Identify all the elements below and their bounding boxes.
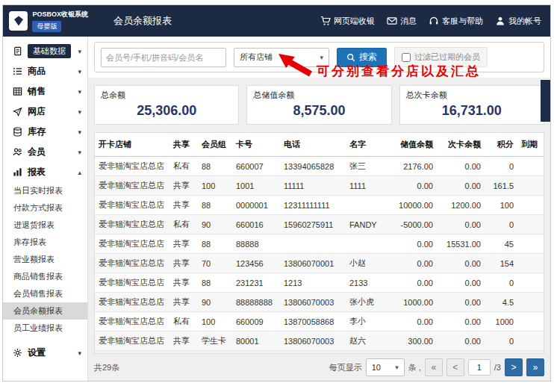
search-box: 所有店铺 ▾ 搜索 过滤已过期的会员 — [94, 42, 544, 72]
cell-card-no: 88888888 — [232, 293, 280, 312]
send-icon — [11, 107, 24, 116]
chevron-down-icon: ▾ — [78, 349, 81, 357]
card-label: 总余额 — [101, 90, 232, 101]
col-card-no: 卡号 — [232, 133, 280, 157]
sidebar-item-label: 销售 — [28, 85, 46, 98]
next-page-button[interactable]: > — [505, 358, 523, 376]
submenu-item-daily-realtime-report[interactable]: 当日实时报表 — [3, 182, 87, 199]
submenu-item-inventory-report[interactable]: 库存报表 — [3, 234, 87, 251]
reports-submenu: 当日实时报表 付款方式报表 进退货报表 库存报表 营业额报表 商品销售报表 会员… — [3, 182, 87, 337]
app-body: 基础数据 ▾ 商品 ▾ 销售 ▾ 网店 ▾ 库存 ▾ — [3, 37, 550, 381]
submenu-item-payment-method-report[interactable]: 付款方式报表 — [3, 199, 87, 217]
per-page-suffix: 条 , — [408, 362, 421, 373]
sidebar-item-goods[interactable]: 商品 ▾ — [3, 61, 87, 81]
nav-my-account[interactable]: 我的帐号 — [495, 16, 541, 27]
filter-expired-toggle[interactable]: 过滤已过期的会员 — [394, 47, 488, 67]
cell-shared: 共享 — [169, 332, 198, 351]
report-table-panel: 开卡店铺 共享 会员组 卡号 电话 名字 储值余额 次卡余额 积分 到期 — [94, 132, 544, 354]
cell-expiry — [517, 234, 544, 254]
table-row: 爱非猫淘宝店总店共享8800000011231111111110000.0012… — [95, 196, 544, 215]
nav-label: 网页端收银 — [334, 16, 375, 27]
col-phone: 电话 — [280, 133, 346, 157]
cell-shared: 共享 — [169, 293, 198, 312]
cell-points: 154 — [485, 254, 517, 273]
submenu-item-member-balance-report[interactable]: 会员余额报表 — [3, 302, 87, 320]
summary-cards: 总余额 25,306.00 总储值余额 8,575.00 总次卡余额 16,73… — [94, 85, 544, 125]
cell-member-group: 88 — [198, 157, 232, 176]
table-row: 爱非猫淘宝店总店共享学生卡8000113806070003赵六300.000.0… — [95, 332, 544, 351]
table-footer: 共29条 每页显示 10 ▾ 条 , « < /3 > » — [94, 354, 544, 376]
filter-expired-checkbox[interactable] — [402, 53, 411, 62]
cell-card-no: 123456 — [232, 254, 280, 273]
cell-shared: 共享 — [169, 196, 198, 215]
submenu-item-purchase-return-report[interactable]: 进退货报表 — [3, 217, 87, 234]
col-points: 积分 — [485, 133, 517, 157]
chevron-down-icon: ▾ — [78, 108, 81, 116]
sidebar-item-label: 设置 — [28, 346, 46, 359]
submenu-item-staff-performance-report[interactable]: 员工业绩报表 — [3, 320, 87, 337]
sidebar-item-members[interactable]: 会员 ▾ — [3, 142, 87, 162]
card-label: 总次卡余额 — [406, 90, 538, 101]
page-number-input[interactable] — [468, 359, 491, 376]
table-row: 爱非猫淘宝店总店私有8866000713394065828张三2176.000.… — [95, 157, 544, 176]
submenu-item-product-sales-report[interactable]: 商品销售报表 — [3, 268, 87, 285]
cell-times-card-balance: 0.00 — [437, 215, 485, 234]
cell-phone: 13394065828 — [280, 157, 346, 176]
sidebar-item-sales[interactable]: 销售 ▾ — [3, 81, 87, 102]
search-button[interactable]: 搜索 — [337, 48, 387, 67]
sidebar-item-basic-data[interactable]: 基础数据 ▾ — [3, 41, 87, 61]
nav-web-pos[interactable]: 网页端收银 — [320, 16, 375, 27]
top-header: POSBOX收银系统 母婴版 会员余额报表 网页端收银 消息 客服与帮助 我的帐… — [3, 5, 550, 37]
app-logo — [9, 11, 28, 31]
cell-expiry — [517, 215, 544, 234]
sidebar-item-reports[interactable]: 报表 ▴ — [3, 162, 87, 182]
nav-label: 我的帐号 — [508, 16, 541, 27]
chart-icon — [11, 167, 24, 177]
sidebar-item-online-store[interactable]: 网店 ▾ — [3, 102, 87, 122]
scrollbar-thumb[interactable] — [541, 80, 550, 122]
nav-messages[interactable]: 消息 — [387, 16, 417, 27]
cell-member-group: 100 — [198, 312, 232, 332]
cell-shared: 私有 — [169, 157, 198, 176]
cell-stored-balance: 0.00 — [388, 312, 437, 332]
cell-stored-balance: 300.00 — [388, 332, 437, 351]
cell-times-card-balance: 0.00 — [437, 273, 485, 293]
chevron-down-icon: ▾ — [78, 88, 81, 96]
gear-icon — [11, 348, 24, 358]
submenu-item-member-sales-report[interactable]: 会员销售报表 — [3, 285, 87, 302]
cell-name: 李小 — [346, 312, 388, 332]
main-content: 所有店铺 ▾ 搜索 过滤已过期的会员 — [88, 37, 550, 381]
table-row: 爱非猫淘宝店总店共享10010011111111110.000.00161.5 — [95, 176, 544, 196]
per-page-select[interactable]: 10 ▾ — [366, 358, 405, 376]
sidebar-item-settings[interactable]: 设置 ▾ — [3, 343, 87, 363]
sidebar-item-inventory[interactable]: 库存 ▾ — [3, 122, 87, 142]
store-select[interactable]: 所有店铺 ▾ — [234, 48, 329, 67]
nav-support-help[interactable]: 客服与帮助 — [429, 16, 483, 27]
submenu-item-turnover-report[interactable]: 营业额报表 — [3, 251, 87, 268]
cell-expiry — [517, 176, 544, 196]
table-header-row: 开卡店铺 共享 会员组 卡号 电话 名字 储值余额 次卡余额 积分 到期 — [95, 133, 544, 157]
col-member-group: 会员组 — [198, 133, 232, 157]
cell-store: 爱非猫淘宝店总店 — [95, 273, 169, 293]
cell-expiry — [517, 312, 544, 332]
prev-page-button[interactable]: < — [446, 358, 464, 376]
member-search-input[interactable] — [101, 48, 226, 67]
cell-points: 161.5 — [485, 176, 517, 196]
cell-points: 0 — [485, 332, 517, 351]
table-row: 爱非猫淘宝店总店共享88888880.0015531.0045 — [95, 234, 544, 254]
last-page-button[interactable]: » — [526, 358, 544, 376]
cell-store: 爱非猫淘宝店总店 — [95, 157, 169, 176]
first-page-button[interactable]: « — [425, 358, 443, 376]
cell-store: 爱非猫淘宝店总店 — [95, 254, 169, 273]
account-icon — [495, 16, 505, 26]
chevron-down-icon: ▾ — [78, 68, 81, 75]
cell-points: 0 — [485, 157, 517, 176]
cell-times-card-balance: 0.00 — [437, 157, 485, 176]
grid-icon — [11, 87, 24, 96]
cell-name — [346, 196, 388, 215]
per-page-label: 每页显示 — [329, 362, 362, 373]
users-icon — [11, 147, 24, 157]
store-select-value: 所有店铺 — [240, 52, 273, 63]
cell-shared: 私有 — [169, 312, 198, 332]
cell-card-no: 80001 — [232, 332, 280, 351]
